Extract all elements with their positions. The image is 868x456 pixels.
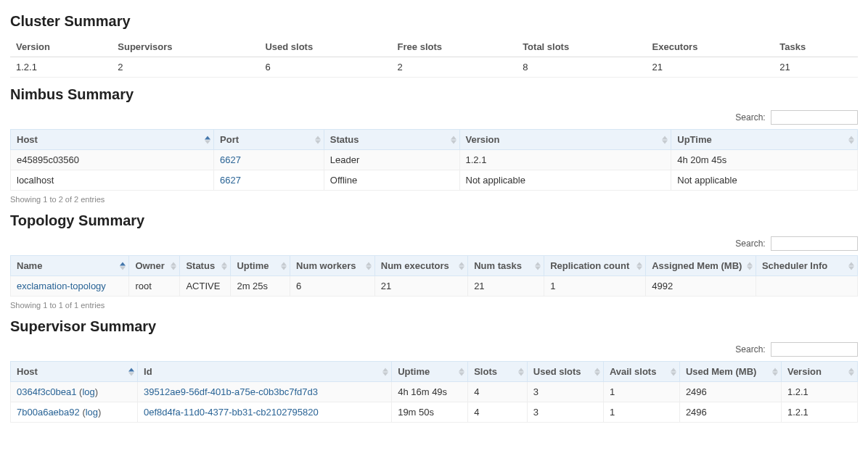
col-host[interactable]: Host [11, 362, 138, 382]
sort-icon [848, 368, 854, 376]
sort-icon [848, 136, 854, 144]
supervisor-table: Host Id Uptime Slots Used slots Avail sl… [10, 361, 858, 423]
col-slots[interactable]: Slots [468, 362, 528, 382]
cell-version: 1.2.1 [781, 402, 857, 423]
topology-name-link[interactable]: exclamation-topology [17, 281, 106, 291]
cell-status: Leader [324, 150, 459, 170]
cluster-summary-table: Version Supervisors Used slots Free slot… [10, 37, 858, 78]
col-mem[interactable]: Assigned Mem (MB) [646, 256, 756, 276]
cell-avail: 1 [603, 402, 679, 423]
col-uptime[interactable]: UpTime [671, 130, 858, 150]
nimbus-entries-info: Showing 1 to 2 of 2 entries [10, 195, 858, 204]
sort-icon [281, 262, 287, 270]
col-id[interactable]: Id [138, 362, 392, 382]
supervisor-search-input[interactable] [771, 342, 858, 357]
cell-uptime: 19m 50s [392, 402, 468, 423]
cell-executors: 21 [647, 57, 774, 78]
cell-slots: 4 [468, 382, 528, 402]
sort-icon [315, 136, 321, 144]
col-host[interactable]: Host [11, 130, 214, 150]
col-usedmem[interactable]: Used Mem (MB) [679, 362, 781, 382]
col-avail[interactable]: Avail slots [603, 362, 679, 382]
cell-mem: 4992 [646, 276, 756, 297]
col-total-slots: Total slots [517, 37, 646, 57]
cell-total-slots: 8 [517, 57, 646, 78]
port-link[interactable]: 6627 [220, 175, 241, 186]
col-owner[interactable]: Owner [129, 256, 180, 276]
topology-table: Name Owner Status Uptime Num workers Num… [10, 255, 858, 297]
cell-uptime: 4h 16m 49s [392, 382, 468, 402]
sort-icon [221, 262, 227, 270]
topology-search-input[interactable] [771, 236, 858, 251]
supervisor-search-label: Search: [735, 344, 765, 355]
col-uptime[interactable]: Uptime [392, 362, 468, 382]
cell-executors: 21 [374, 276, 467, 297]
cell-mem: 2496 [679, 402, 781, 423]
col-free-slots: Free slots [392, 37, 517, 57]
cell-free-slots: 2 [392, 57, 517, 78]
cell-tasks: 21 [774, 57, 858, 78]
cell-avail: 1 [603, 382, 679, 402]
sort-icon [535, 262, 541, 270]
sort-icon [366, 262, 372, 270]
cell-workers: 6 [290, 276, 375, 297]
sort-icon [594, 368, 600, 376]
col-supervisors: Supervisors [112, 37, 259, 57]
cell-status: ACTIVE [180, 276, 231, 297]
cell-used: 3 [527, 402, 603, 423]
cell-host: localhost [11, 170, 214, 191]
topology-search-label: Search: [735, 239, 765, 249]
table-row: exclamation-topology root ACTIVE 2m 25s … [11, 276, 858, 297]
cell-host: e45895c03560 [11, 150, 214, 170]
port-link[interactable]: 6627 [220, 154, 241, 165]
col-tasks: Tasks [774, 37, 858, 57]
cell-version: 1.2.1 [781, 382, 857, 402]
sort-icon [459, 368, 464, 376]
cell-used-slots: 6 [259, 57, 391, 78]
col-tasks[interactable]: Num tasks [468, 256, 544, 276]
table-row: 0364f3c0bea1 (log) 39512ae9-56df-401b-a7… [11, 382, 858, 402]
sort-icon [518, 368, 524, 376]
nimbus-search-input[interactable] [771, 110, 858, 125]
supervisor-id-link[interactable]: 39512ae9-56df-401b-a75e-c0b3bc7fd7d3 [144, 386, 318, 397]
col-used-slots: Used slots [259, 37, 391, 57]
cell-slots: 4 [468, 402, 528, 423]
sort-icon [171, 262, 176, 270]
col-name[interactable]: Name [11, 256, 129, 276]
nimbus-table: Host Port Status Version UpTime e45895c0… [10, 129, 858, 191]
cell-mem: 2496 [679, 382, 781, 402]
col-uptime[interactable]: Uptime [231, 256, 290, 276]
col-status[interactable]: Status [324, 130, 459, 150]
col-used[interactable]: Used slots [527, 362, 603, 382]
col-version[interactable]: Version [781, 362, 857, 382]
nimbus-search-label: Search: [735, 112, 765, 123]
supervisor-log-link[interactable]: log [82, 386, 94, 397]
cell-status: Offline [324, 170, 459, 191]
cell-owner: root [129, 276, 180, 297]
supervisor-log-link[interactable]: log [86, 407, 98, 418]
cell-uptime: 2m 25s [231, 276, 290, 297]
col-port[interactable]: Port [214, 130, 324, 150]
cell-scheduler [756, 276, 857, 297]
col-status[interactable]: Status [180, 256, 231, 276]
col-version[interactable]: Version [459, 130, 671, 150]
col-replication[interactable]: Replication count [544, 256, 646, 276]
cell-supervisors: 2 [112, 57, 259, 78]
col-workers[interactable]: Num workers [290, 256, 375, 276]
col-version: Version [10, 37, 112, 57]
sort-icon [128, 368, 134, 376]
supervisor-id-link[interactable]: 0ef8d4fa-11d0-4377-bb31-cb2102795820 [144, 407, 319, 418]
topology-entries-info: Showing 1 to 1 of 1 entries [10, 301, 858, 310]
col-executors[interactable]: Num executors [374, 256, 467, 276]
cell-version: 1.2.1 [459, 150, 671, 170]
supervisor-host-link[interactable]: 7b00a6aeba92 [17, 407, 80, 418]
sort-icon [382, 368, 388, 376]
sort-icon [848, 262, 854, 270]
sort-icon [451, 136, 456, 144]
supervisor-summary-heading: Supervisor Summary [10, 318, 858, 335]
table-row: e45895c03560 6627 Leader 1.2.1 4h 20m 45… [11, 150, 858, 170]
nimbus-summary-heading: Nimbus Summary [10, 86, 858, 103]
col-scheduler[interactable]: Scheduler Info [756, 256, 857, 276]
cluster-row: 1.2.1 2 6 2 8 21 21 [10, 57, 858, 78]
supervisor-host-link[interactable]: 0364f3c0bea1 [17, 386, 76, 397]
